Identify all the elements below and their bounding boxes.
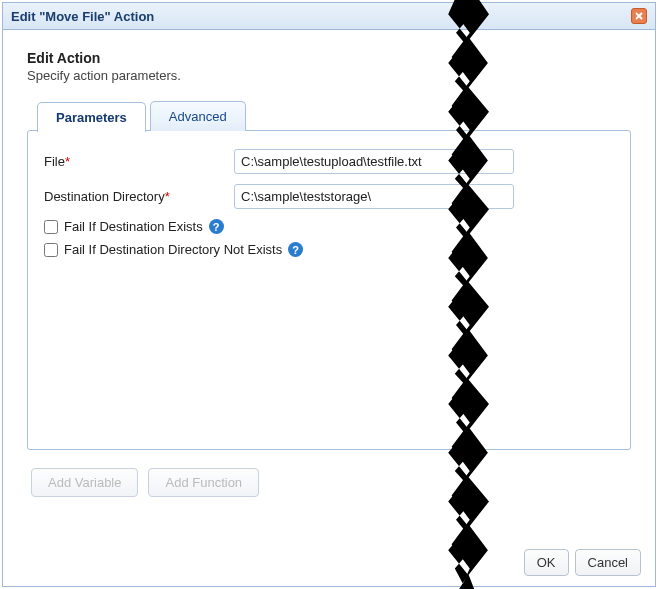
file-label: File* <box>44 154 234 169</box>
dialog-content: Edit Action Specify action parameters. P… <box>3 30 655 509</box>
tab-parameters[interactable]: Parameters <box>37 102 146 132</box>
help-icon[interactable]: ? <box>288 242 303 257</box>
field-file: File* <box>44 149 614 174</box>
titlebar: Edit "Move File" Action <box>3 3 655 30</box>
fail-dir-not-exists-checkbox[interactable] <box>44 243 58 257</box>
tab-strip: Parameters Advanced <box>37 101 631 131</box>
required-asterisk: * <box>65 154 70 169</box>
dest-dir-label: Destination Directory* <box>44 189 234 204</box>
dialog-footer: OK Cancel <box>524 549 641 576</box>
section-title: Edit Action <box>27 50 631 66</box>
required-asterisk: * <box>165 189 170 204</box>
dialog-title: Edit "Move File" Action <box>11 9 154 24</box>
add-variable-button[interactable]: Add Variable <box>31 468 138 497</box>
check-fail-dir-not-exists: Fail If Destination Directory Not Exists… <box>44 242 614 257</box>
check-fail-exists: Fail If Destination Exists ? <box>44 219 614 234</box>
dialog-window: Edit "Move File" Action Edit Action Spec… <box>2 2 656 587</box>
fail-exists-checkbox[interactable] <box>44 220 58 234</box>
close-icon <box>634 11 644 21</box>
tab-advanced[interactable]: Advanced <box>150 101 246 131</box>
close-button[interactable] <box>631 8 647 24</box>
tab-panel-parameters: File* Destination Directory* Fail If Des… <box>27 130 631 450</box>
cancel-button[interactable]: Cancel <box>575 549 641 576</box>
ok-button[interactable]: OK <box>524 549 569 576</box>
fail-exists-label: Fail If Destination Exists <box>64 219 203 234</box>
variable-buttons-row: Add Variable Add Function <box>27 468 631 497</box>
add-function-button[interactable]: Add Function <box>148 468 259 497</box>
fail-dir-not-exists-label: Fail If Destination Directory Not Exists <box>64 242 282 257</box>
field-dest-dir: Destination Directory* <box>44 184 614 209</box>
help-icon[interactable]: ? <box>209 219 224 234</box>
section-subtitle: Specify action parameters. <box>27 68 631 83</box>
